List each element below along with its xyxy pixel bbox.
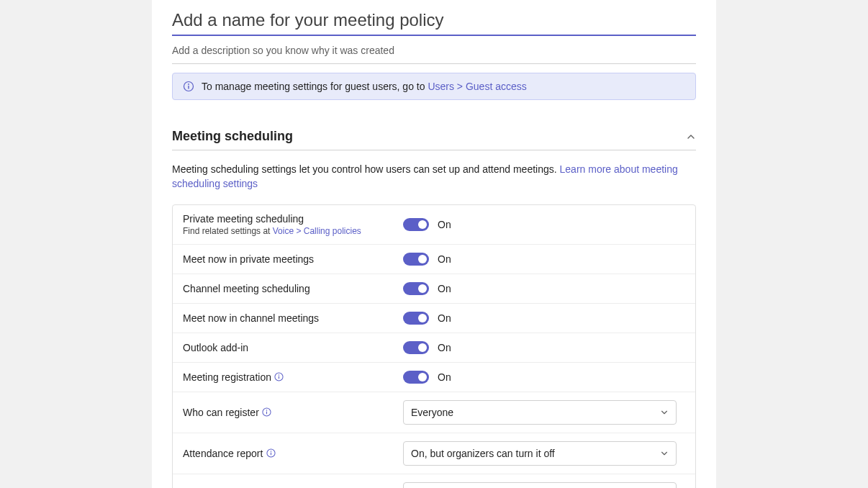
setting-label: Meeting registration (183, 371, 403, 383)
guest-access-banner: To manage meeting settings for guest use… (172, 73, 696, 100)
info-icon (183, 81, 194, 92)
row-meet-now-private: Meet now in private meetings On (173, 245, 695, 274)
setting-label: Private meeting scheduling (183, 213, 403, 225)
policy-name-input[interactable] (172, 7, 696, 36)
toggle-state-label: On (438, 253, 451, 265)
toggle-state-label: On (438, 219, 451, 230)
section-desc-text: Meeting scheduling settings let you cont… (172, 163, 560, 175)
toggle-channel-scheduling[interactable] (403, 282, 429, 295)
svg-point-7 (266, 410, 267, 410)
svg-point-4 (279, 374, 279, 375)
setting-label: Channel meeting scheduling (183, 283, 403, 294)
dropdown-who-in-report[interactable]: Everyone, but participants can opt-out (403, 482, 677, 488)
toggle-meeting-registration[interactable] (403, 371, 429, 384)
banner-text: To manage meeting settings for guest use… (202, 81, 527, 92)
label-text: Attendance report (183, 448, 263, 459)
svg-rect-11 (271, 452, 271, 455)
sublabel-text: Find related settings at (183, 226, 273, 236)
section-title: Meeting scheduling (172, 129, 293, 144)
toggle-state-label: On (438, 283, 451, 294)
row-outlook-addin: Outlook add-in On (173, 333, 695, 363)
toggle-private-meeting[interactable] (403, 218, 429, 231)
svg-rect-2 (188, 86, 189, 89)
info-icon[interactable] (274, 372, 284, 382)
setting-sublabel: Find related settings at Voice > Calling… (183, 226, 403, 236)
row-private-meeting-scheduling: Private meeting scheduling Find related … (173, 205, 695, 245)
svg-rect-5 (279, 376, 279, 379)
info-icon[interactable] (266, 448, 276, 458)
row-who-in-attendance-report: Who is in the attendance report Everyone… (173, 474, 695, 488)
svg-rect-8 (266, 411, 267, 414)
setting-label: Who can register (183, 407, 403, 418)
policy-name-field (172, 0, 696, 36)
dropdown-who-can-register[interactable]: Everyone (403, 400, 677, 425)
setting-label: Outlook add-in (183, 342, 403, 353)
setting-label: Meet now in channel meetings (183, 312, 403, 324)
svg-point-1 (188, 83, 189, 85)
svg-point-10 (271, 451, 271, 451)
banner-text-label: To manage meeting settings for guest use… (202, 81, 428, 92)
info-icon[interactable] (262, 407, 272, 417)
toggle-meet-now-channel[interactable] (403, 312, 429, 325)
toggle-meet-now-private[interactable] (403, 253, 429, 266)
calling-policies-link[interactable]: Voice > Calling policies (273, 226, 361, 236)
toggle-outlook-addin[interactable] (403, 341, 429, 354)
row-meeting-registration: Meeting registration On (173, 363, 695, 392)
policy-description-input[interactable] (172, 36, 696, 64)
chevron-down-icon (660, 408, 669, 417)
section-description: Meeting scheduling settings let you cont… (172, 162, 696, 191)
toggle-state-label: On (438, 342, 451, 353)
dropdown-value: Everyone (411, 407, 453, 418)
row-meet-now-channel: Meet now in channel meetings On (173, 304, 695, 333)
row-channel-meeting-scheduling: Channel meeting scheduling On (173, 274, 695, 304)
row-who-can-register: Who can register Everyone (173, 392, 695, 433)
settings-card: Private meeting scheduling Find related … (172, 204, 696, 488)
dropdown-value: On, but organizers can turn it off (411, 448, 555, 459)
setting-label: Meet now in private meetings (183, 253, 403, 265)
label-text: Who can register (183, 407, 259, 418)
section-header[interactable]: Meeting scheduling (172, 129, 696, 150)
meeting-policy-panel: To manage meeting settings for guest use… (152, 0, 716, 488)
toggle-state-label: On (438, 312, 451, 324)
chevron-down-icon (660, 449, 669, 458)
guest-access-link[interactable]: Users > Guest access (428, 81, 526, 92)
row-attendance-report: Attendance report On, but organizers can… (173, 433, 695, 474)
toggle-state-label: On (438, 371, 451, 383)
setting-label: Attendance report (183, 448, 403, 459)
chevron-up-icon (686, 132, 696, 142)
dropdown-attendance-report[interactable]: On, but organizers can turn it off (403, 441, 677, 466)
label-text: Meeting registration (183, 371, 271, 383)
